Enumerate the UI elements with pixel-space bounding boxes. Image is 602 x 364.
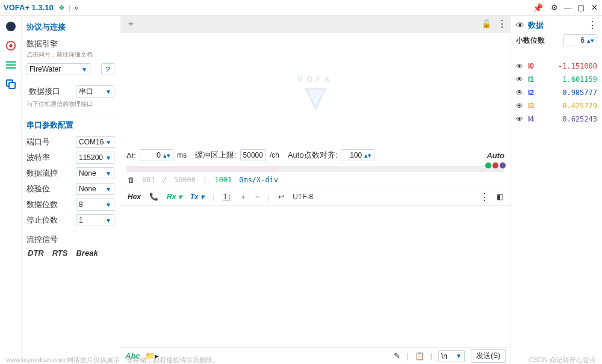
eye-icon[interactable]: 👁 xyxy=(516,62,523,70)
dot-red-icon xyxy=(492,162,498,168)
expand-icon[interactable]: » xyxy=(74,4,78,12)
status-sep: | xyxy=(203,176,207,184)
phone-icon[interactable]: 📞 xyxy=(149,193,158,201)
dot-green-icon xyxy=(485,162,491,168)
plot-controls: Δt: 0▴▾ ms 缓冲区上限: 50000 /ch Auto点数对齐: 10… xyxy=(120,147,510,164)
eraser-icon[interactable]: ◧ xyxy=(497,193,503,201)
tx-button[interactable]: Tx ▾ xyxy=(190,193,204,201)
copy-icon[interactable]: 📋 xyxy=(415,351,424,360)
databits-select[interactable]: 8▼ xyxy=(76,199,114,211)
tabbar: ＋ 🔓 ⋮ xyxy=(120,16,510,32)
eye-icon[interactable]: 👁 xyxy=(516,102,523,110)
auto-align-input[interactable]: 100▴▾ xyxy=(341,149,374,161)
data-item[interactable]: 👁I0-1.151000 xyxy=(516,62,597,70)
dot-purple-icon xyxy=(500,162,506,168)
data-panel: 👁 数据 ⋮ 小数位数 6▴▾ 👁I0-1.151000👁I11.601159👁… xyxy=(510,16,602,364)
flow-dtr[interactable]: DTR xyxy=(28,248,44,258)
settings-icon[interactable]: ⚙ xyxy=(550,4,559,12)
tx-toolbar: Hex 📞 Rx ▾ Tx ▾ | T↕ ＋ − | ↩ UTF-8 ⋮ ◧ xyxy=(120,188,510,206)
leftbar-windows-icon[interactable] xyxy=(5,78,17,90)
pin-icon[interactable]: 📌 xyxy=(533,3,543,13)
interface-label: 数据接口 xyxy=(26,85,60,98)
serial-section-header: 串口参数配置 xyxy=(24,117,114,134)
leftbar xyxy=(0,16,22,364)
minimize-icon[interactable]: — xyxy=(563,4,572,12)
interface-hint: 与下位机通信的物理接口 xyxy=(24,100,114,111)
plot-area[interactable]: VOFA xyxy=(120,32,510,147)
baud-select[interactable]: 115200▼ xyxy=(76,152,114,164)
rx-button[interactable]: Rx ▾ xyxy=(167,193,182,201)
watermark: VOFA xyxy=(297,75,333,113)
status-xdiv[interactable]: 0ms/X-div xyxy=(239,176,278,184)
escape-select[interactable]: \n▼ xyxy=(438,350,465,362)
zoom-out-icon[interactable]: − xyxy=(255,193,259,201)
data-item[interactable]: 👁I11.601159 xyxy=(516,75,597,84)
buf-input[interactable]: 50000 xyxy=(240,149,266,161)
status-visible: 1001 xyxy=(214,176,232,184)
tb-divider: | xyxy=(213,193,214,202)
leftbar-profile-icon[interactable] xyxy=(5,20,17,32)
data-item-value: 0.625243 xyxy=(562,115,597,123)
editor[interactable] xyxy=(120,206,510,347)
stopbits-label: 停止位数 xyxy=(26,215,58,226)
trash-icon[interactable]: 🗑 xyxy=(128,176,135,184)
maximize-icon[interactable]: ▢ xyxy=(577,4,585,12)
eye-icon[interactable]: 👁 xyxy=(516,115,523,123)
footer-right: CSDN @记得开心壹点 xyxy=(529,356,596,364)
edit-icon[interactable]: ✎ xyxy=(394,351,400,360)
flow-rts[interactable]: RTS xyxy=(52,248,68,258)
eye-icon[interactable]: 👁 xyxy=(516,88,523,97)
send-button[interactable]: 发送(S) xyxy=(471,349,506,363)
leftbar-record-icon[interactable] xyxy=(5,40,17,52)
parity-select[interactable]: None▼ xyxy=(76,183,114,195)
app-title: VOFA+ 1.3.10 xyxy=(4,3,54,12)
add-tab-button[interactable]: ＋ xyxy=(124,18,138,29)
data-item-value: -1.151000 xyxy=(558,62,597,70)
statusline: 🗑 681 / 50000 | 1001 0ms/X-div xyxy=(120,172,510,188)
data-item-name: I0 xyxy=(528,62,534,70)
data-list: 👁I0-1.151000👁I11.601159👁I20.985777👁I30.4… xyxy=(511,58,602,127)
data-item-value: 0.985777 xyxy=(562,88,597,97)
data-more-icon[interactable]: ⋮ xyxy=(588,19,597,31)
engine-hint: 点击问号：前往详细文档 xyxy=(24,51,114,61)
data-item-name: I2 xyxy=(528,88,534,97)
unlock-icon[interactable]: 🔓 xyxy=(482,19,491,28)
footer-note: www.toymoban.com 网络图片仅供展示，非存储，如有侵权请联系删除。 xyxy=(6,356,391,364)
data-item[interactable]: 👁I20.985777 xyxy=(516,88,597,97)
tab-more-icon[interactable]: ⋮ xyxy=(497,18,507,29)
eye-icon[interactable]: 👁 xyxy=(516,20,524,30)
flow-select[interactable]: None▼ xyxy=(76,167,114,179)
text-size-icon[interactable]: T↕ xyxy=(223,193,231,201)
close-icon[interactable]: ✕ xyxy=(590,4,598,12)
databits-label: 数据位数 xyxy=(26,199,58,210)
eye-icon[interactable]: 👁 xyxy=(516,75,523,84)
zoom-in-icon[interactable]: ＋ xyxy=(240,192,247,202)
port-select[interactable]: COM16▼ xyxy=(76,136,114,148)
leftbar-menu-icon[interactable] xyxy=(5,59,17,71)
stopbits-select[interactable]: 1▼ xyxy=(76,214,114,226)
encoding-label[interactable]: UTF-8 xyxy=(293,193,313,201)
buf-unit: /ch xyxy=(270,151,279,159)
engine-help-button[interactable]: ? xyxy=(101,63,114,75)
titlebar: VOFA+ 1.3.10 ❖ | » 📌 ⚙ — ▢ ✕ xyxy=(0,0,602,16)
flow-break[interactable]: Break xyxy=(76,248,98,258)
data-item[interactable]: 👁I40.625243 xyxy=(516,115,597,123)
data-item[interactable]: 👁I30.425779 xyxy=(516,102,597,110)
data-item-value: 1.601159 xyxy=(562,75,597,84)
interface-select[interactable]: 串口▼ xyxy=(76,85,114,97)
flow-label: 数据流控 xyxy=(26,168,58,179)
config-header: 协议与连接 xyxy=(24,19,114,37)
status-slash: / xyxy=(163,176,167,184)
decimals-input[interactable]: 6▴▾ xyxy=(563,34,597,46)
hex-button[interactable]: Hex xyxy=(128,193,141,201)
dt-input[interactable]: 0▴▾ xyxy=(140,149,173,161)
dt-label: Δt: xyxy=(126,151,136,160)
seekbar[interactable] xyxy=(126,166,504,172)
data-item-name: I3 xyxy=(528,102,534,110)
tx-more-icon[interactable]: ⋮ xyxy=(480,191,489,203)
engine-select[interactable]: FireWater▼ xyxy=(26,63,90,75)
wrap-icon[interactable]: ↩ xyxy=(278,193,284,201)
svg-point-1 xyxy=(9,44,12,47)
port-label: 端口号 xyxy=(26,137,50,147)
auto-button[interactable]: Auto xyxy=(486,151,504,160)
